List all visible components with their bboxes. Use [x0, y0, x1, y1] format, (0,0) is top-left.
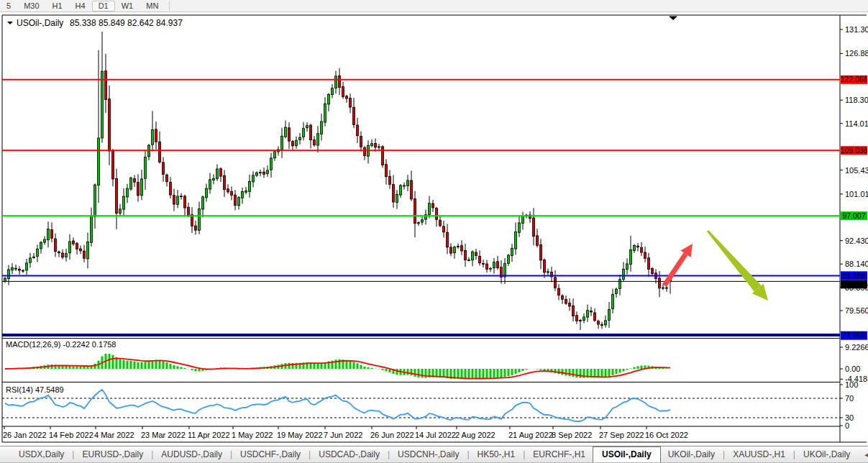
candle-up: [634, 246, 636, 251]
candle-up: [213, 178, 215, 180]
rsi-indicator: RSI(14) 47.548910070300: [2, 380, 858, 430]
tab-ukoil-daily[interactable]: UKOil-,Daily: [661, 446, 722, 462]
candle-up: [619, 280, 621, 289]
candle-down: [569, 303, 571, 306]
chart-collapse-triangle-icon[interactable]: [7, 22, 13, 24]
price-tick-label: 114.010: [845, 119, 868, 128]
candle-down: [450, 247, 452, 253]
candle-down: [414, 198, 416, 223]
macd-scale-label: 9.2266: [845, 343, 868, 352]
candle-up: [306, 126, 309, 128]
candle-down: [109, 99, 111, 151]
timeframe-button-mn[interactable]: MN: [140, 1, 165, 12]
chart-area[interactable]: USOil-,Daily85.338 85.849 82.642 84.9371…: [0, 0, 868, 446]
candle-up: [321, 122, 323, 134]
candle-down: [432, 203, 434, 208]
candle-up: [630, 250, 632, 265]
candle-up: [152, 130, 154, 145]
chart-title-symbol: USOil-,Daily: [17, 18, 63, 28]
candle-up: [123, 196, 125, 209]
candle-up: [285, 127, 287, 137]
tab-usoil-daily[interactable]: USOil-,Daily: [593, 446, 661, 462]
candle-down: [234, 195, 237, 206]
date-label: 26 Jun 2022: [370, 431, 414, 439]
tab-usdx-daily[interactable]: USDX,Daily: [12, 446, 71, 462]
timeframe-button-h1[interactable]: H1: [46, 1, 69, 12]
price-tick-label: 88.140: [845, 260, 868, 268]
tab-eurchf-h1[interactable]: EURCHF-,H1: [526, 446, 593, 462]
candle-down: [483, 263, 485, 264]
candle-down: [443, 226, 445, 232]
chart-shift-marker-icon[interactable]: [669, 17, 677, 21]
candle-down: [393, 185, 395, 202]
tab-hk50-h1[interactable]: HK50-,H1: [470, 446, 523, 462]
candle-down: [62, 253, 64, 257]
candle-down: [465, 250, 467, 260]
candle-down: [652, 269, 654, 274]
timeframe-button-h4[interactable]: H4: [69, 1, 92, 12]
bullish-arrow-shaft[interactable]: [664, 254, 686, 285]
price-tick-label: 101.010: [845, 190, 868, 198]
candle-down: [385, 165, 388, 177]
candle-down: [447, 232, 449, 247]
candle-down: [479, 257, 481, 263]
candle-up: [127, 188, 129, 197]
tab-audusd-daily[interactable]: AUDUSD-,Daily: [154, 446, 229, 462]
candle-down: [163, 162, 165, 175]
timeframe-button-5[interactable]: 5: [0, 1, 17, 12]
timeframe-button-w1[interactable]: W1: [115, 1, 140, 12]
candle-up: [616, 289, 618, 293]
candle-up: [252, 175, 255, 182]
candle-up: [249, 181, 251, 191]
timeframe-button-d1[interactable]: D1: [92, 1, 115, 12]
candle-up: [12, 267, 14, 270]
candle-up: [515, 232, 517, 249]
support-line-74969[interactable]: [2, 334, 840, 336]
candle-down: [134, 178, 136, 182]
tab-scroll-left-icon[interactable]: ◂: [864, 450, 868, 459]
tab-xauusd-h1[interactable]: XAUUSD-,H1: [726, 446, 792, 462]
tab-scroll-nav: ◂▸: [857, 446, 868, 462]
candle-up: [47, 229, 50, 240]
candle-down: [411, 180, 413, 199]
candle-up: [332, 88, 334, 95]
candle-down: [105, 71, 107, 100]
candle-down: [166, 175, 168, 181]
candle-down: [536, 236, 539, 246]
candle-down: [486, 264, 488, 270]
price-badge-label: 84.937: [842, 280, 865, 288]
tab-ukoil-daily[interactable]: UKOil-,Daily: [796, 446, 857, 462]
tab-eurusd-daily[interactable]: EURUSD-,Daily: [75, 446, 150, 462]
candle-down: [292, 142, 294, 146]
candle-up: [303, 129, 305, 137]
candle-up: [274, 152, 276, 158]
candle-down: [418, 223, 420, 224]
candle-up: [198, 209, 201, 231]
date-label: 26 Jan 2022: [3, 431, 47, 439]
candle-up: [119, 209, 122, 214]
price-badge-label: 97.007: [842, 211, 865, 220]
candle-down: [436, 208, 438, 220]
price-badge-label: 109.038: [841, 146, 868, 155]
candle-up: [29, 258, 32, 262]
bearish-arrow-shaft[interactable]: [707, 230, 762, 292]
candle-up: [504, 264, 506, 277]
candle-up: [65, 254, 68, 257]
date-label: 21 Aug 2022: [508, 431, 553, 439]
date-label: 16 Oct 2022: [645, 431, 688, 439]
candle-up: [371, 144, 373, 146]
tab-usdchf-daily[interactable]: USDCHF-,Daily: [233, 446, 308, 462]
date-label: 1 May 2022: [232, 431, 273, 439]
candle-down: [288, 128, 291, 141]
candle-down: [644, 252, 647, 258]
candle-up: [468, 260, 470, 261]
date-label: 11 Apr 2022: [188, 431, 230, 439]
timeframe-button-m30[interactable]: M30: [17, 1, 45, 12]
candle-down: [51, 229, 53, 238]
candle-down: [475, 252, 478, 256]
candle-up: [335, 76, 337, 88]
candle-up: [296, 140, 298, 146]
tab-usdcnh-daily[interactable]: USDCNH-,Daily: [390, 446, 466, 462]
tab-usdcad-daily[interactable]: USDCAD-,Daily: [311, 446, 387, 462]
candle-down: [601, 325, 603, 326]
